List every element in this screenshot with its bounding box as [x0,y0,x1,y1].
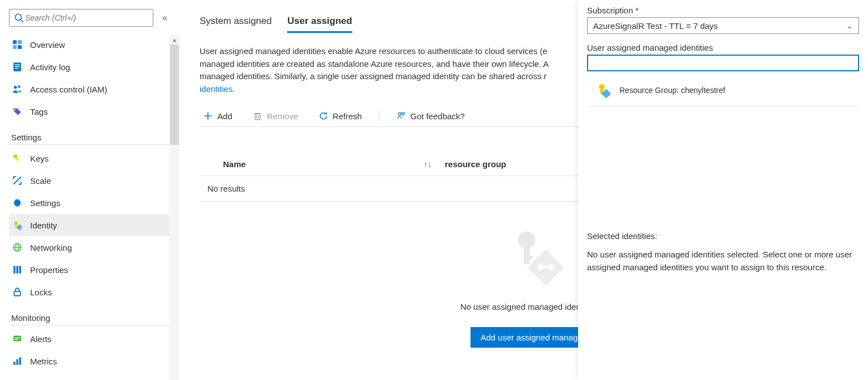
column-name[interactable]: Name [223,159,246,169]
sidebar-item-properties[interactable]: Properties [9,259,169,281]
sidebar-item-locks[interactable]: Locks [9,281,169,303]
sidebar-item-label: Alerts [30,334,51,344]
trash-icon [253,111,263,121]
identity-icon [596,82,612,98]
overview-icon [12,40,22,50]
svg-rect-31 [19,357,21,365]
uami-search-input[interactable] [587,55,859,71]
refresh-button[interactable]: Refresh [315,110,366,121]
refresh-icon [318,111,328,121]
toolbar-label: Add [217,111,232,121]
description-line: managed identities are created as standa… [200,59,549,69]
sidebar-item-identity[interactable]: Identity [9,214,169,236]
svg-rect-8 [15,66,20,67]
feedback-button[interactable]: Got feedback? [392,110,468,121]
sidebar-section-settings: Settings [11,133,169,142]
divider [9,144,169,145]
sidebar-item-label: Overview [30,40,65,50]
networking-icon [12,242,22,252]
description-line: managed identities. Similarly, a single … [200,71,547,81]
label-text: Subscription [587,6,633,15]
sidebar-item-access-control[interactable]: Access control (IAM) [9,78,169,100]
sidebar-item-label: Settings [30,198,60,208]
add-identity-panel: Subscription * AzureSignalR Test - TTL =… [578,0,868,380]
svg-point-38 [399,113,401,115]
sidebar-item-overview[interactable]: Overview [9,33,169,56]
required-asterisk: * [636,6,639,15]
sidebar-item-settings[interactable]: Settings [9,192,169,214]
svg-rect-2 [13,40,17,44]
toolbar-label: Got feedback? [410,111,465,121]
sidebar-item-metrics[interactable]: Metrics [9,350,169,372]
sidebar-item-label: Access control (IAM) [30,85,107,94]
svg-rect-26 [13,335,21,341]
svg-point-44 [548,264,554,270]
svg-rect-23 [16,266,18,274]
svg-rect-30 [16,359,18,365]
identity-icon [12,220,22,230]
svg-rect-34 [255,114,260,120]
sidebar-item-label: Properties [30,265,68,275]
svg-rect-27 [15,338,20,338]
learn-more-link[interactable]: identities [200,84,232,94]
remove-button: Remove [249,110,302,121]
svg-rect-45 [543,266,548,268]
sidebar-item-networking[interactable]: Networking [9,236,169,259]
toolbar-separator [379,110,379,122]
sidebar-item-alerts[interactable]: Alerts [9,328,169,350]
svg-point-12 [14,109,15,110]
sort-icon[interactable]: ↑↓ [424,160,431,169]
svg-point-43 [537,264,543,270]
search-input[interactable] [24,13,148,23]
subscription-value: AzureSignalR Test - TTL = 7 days [593,21,718,31]
description-line: User assigned managed identities enable … [200,46,547,56]
selected-identities-empty-text: No user assigned managed identities sele… [587,249,859,274]
metrics-icon [12,356,22,366]
svg-rect-29 [13,362,15,365]
sidebar-item-scale[interactable]: Scale [9,169,169,192]
svg-rect-17 [16,225,17,228]
properties-icon [12,265,22,275]
sidebar-item-label: Locks [30,288,52,297]
svg-rect-24 [19,266,21,274]
divider [9,325,169,325]
svg-rect-9 [15,68,18,69]
toolbar-label: Refresh [333,111,362,121]
svg-rect-25 [14,291,20,296]
collapse-sidebar-button[interactable]: « [160,11,169,25]
svg-rect-3 [18,40,22,44]
main-content: System assigned User assigned User assig… [173,0,868,380]
selected-identities-header: Selected identities: [587,231,859,241]
svg-line-1 [21,20,23,22]
sidebar-item-keys[interactable]: Keys [9,147,169,169]
sidebar-item-tags[interactable]: Tags [9,100,169,123]
svg-point-39 [518,231,535,249]
lock-icon [12,287,22,297]
search-icon [14,13,24,23]
sidebar-item-label: Keys [30,154,49,163]
scale-icon [12,176,22,186]
resource-group-option[interactable]: Resource Group: chenyltestref [587,81,859,106]
keys-icon [12,153,22,163]
tab-system-assigned[interactable]: System assigned [200,16,271,33]
svg-rect-5 [18,45,22,49]
sidebar-item-activity-log[interactable]: Activity log [9,56,169,78]
sidebar-item-label: Scale [30,176,51,186]
tab-user-assigned[interactable]: User assigned [287,16,352,33]
sidebar: « Overview Activity log Access control (… [0,0,173,380]
search-input-wrap[interactable] [9,9,153,27]
svg-rect-18 [16,224,22,230]
tags-icon [12,106,22,116]
svg-rect-28 [15,339,18,340]
sidebar-item-label: Networking [30,243,72,252]
svg-point-46 [599,84,605,90]
period: . [232,84,235,94]
empty-illustration [503,224,565,285]
svg-rect-4 [13,45,17,49]
svg-rect-22 [13,266,15,274]
feedback-icon [396,111,406,121]
column-resource-group[interactable]: resource group [445,159,506,169]
subscription-dropdown[interactable]: AzureSignalR Test - TTL = 7 days ⌄ [587,17,859,34]
activity-log-icon [12,62,22,72]
add-button[interactable]: Add [200,110,236,121]
